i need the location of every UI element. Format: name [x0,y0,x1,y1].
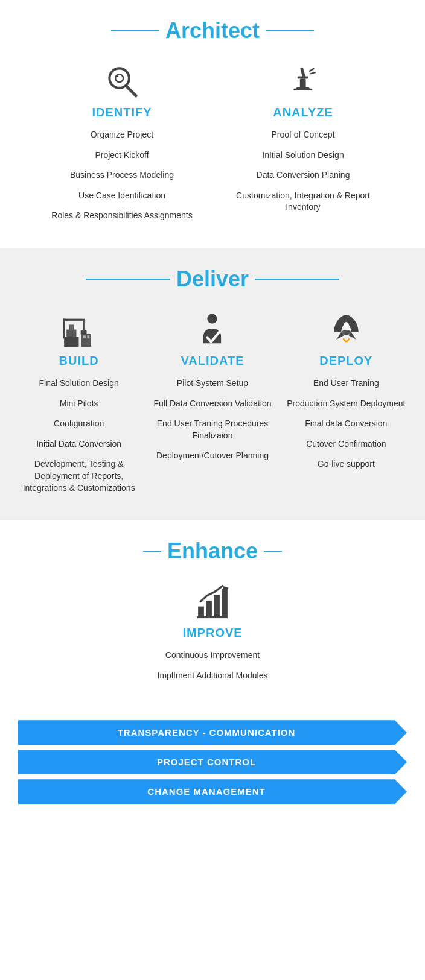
list-item: Customization, Integration & Report Inve… [225,190,382,213]
deliver-columns: BUILD Final Solution Design Mini Pilots … [12,310,413,502]
architect-section: Architect IDENTIFY Organize Project Proj… [0,0,425,242]
svg-rect-6 [299,78,305,87]
list-item: Pilot System Setup [152,378,273,390]
list-item: End User Traning [286,378,406,390]
deploy-items: End User Traning Production System Deplo… [286,378,406,470]
list-item: ImplIment Additional Modules [122,670,303,682]
svg-rect-15 [63,319,86,321]
list-item: Business Process Modeling [43,169,200,182]
svg-point-21 [208,314,217,323]
list-item: Deployment/Cutover Planning [152,450,273,462]
list-item: InItial Solution Design [225,150,382,162]
svg-rect-24 [198,607,204,616]
svg-rect-26 [214,595,220,616]
list-item: Use Case Identification [43,190,200,202]
list-item: Project Kickoff [43,150,200,162]
architect-title-row: Architect [12,18,413,43]
list-item: Cutover Confirmation [286,438,406,450]
enhance-section: Enhance IMPROVE Continuous Improvement I… [0,520,425,702]
svg-line-1 [126,86,136,96]
analyze-icon [225,62,382,101]
svg-rect-8 [293,89,312,90]
svg-point-23 [344,322,348,327]
list-item: Go-live support [286,458,406,470]
deploy-icon [286,310,406,349]
banner-change-management: CHANGE MANAGEMENT [18,779,407,804]
svg-line-9 [309,68,314,71]
list-item: Final Solution Design [19,378,139,390]
banner-project-control: PROJECT CONTROL [18,750,407,774]
deploy-label: DEPLOY [286,354,406,368]
identify-items: Organize Project Project Kickoff Busines… [43,129,200,222]
svg-rect-5 [297,76,308,78]
enhance-title: Enhance [167,539,258,564]
list-item: Initial Data Conversion [19,438,139,450]
enhance-line-right [264,551,282,552]
svg-point-3 [116,75,118,77]
analyze-label: ANALYZE [225,106,382,119]
list-item: Data Conversion Planing [225,169,382,182]
improve-column: IMPROVE Continuous Improvement ImplIment… [122,582,303,681]
deploy-column: DEPLOY End User Traning Production Syste… [280,310,412,502]
improve-icon [122,582,303,621]
svg-rect-20 [87,335,89,338]
svg-rect-14 [63,319,65,339]
svg-rect-27 [222,589,228,617]
identify-column: IDENTIFY Organize Project Project Kickof… [31,62,212,230]
analyze-column: ANALYZE Proof of Concept InItial Solutio… [212,62,394,230]
svg-rect-13 [69,324,74,330]
deliver-title: Deliver [176,267,249,292]
analyze-items: Proof of Concept InItial Solution Design… [225,129,382,213]
architect-line-right [266,30,314,31]
list-item: Organize Project [43,129,200,141]
architect-title: Architect [165,18,260,43]
list-item: Continuous Improvement [122,650,303,662]
validate-label: VALIDATE [152,354,273,368]
list-item: Proof of Concept [225,129,382,141]
banners-section: TRANSPARENCY - COMMUNICATION PROJECT CON… [0,720,425,821]
list-item: Production System Deployment [286,398,406,410]
deliver-line-left [86,279,170,280]
validate-icon [152,310,273,349]
validate-items: Pilot System Setup Full Data Conversion … [152,378,273,462]
architect-line-left [111,30,159,31]
identify-label: IDENTIFY [43,106,200,119]
deliver-line-right [255,279,339,280]
deliver-section: Deliver [0,248,425,520]
svg-rect-25 [206,601,212,616]
enhance-line-left [143,551,161,552]
list-item: Full Data Conversion Validation [152,398,273,410]
improve-items: Continuous Improvement ImplIment Additio… [122,650,303,681]
identify-icon [43,62,200,101]
banner-transparency: TRANSPARENCY - COMMUNICATION [18,720,407,745]
list-item: Roles & Responsibilities Assignments [43,210,200,222]
list-item: Mini Pilots [19,398,139,410]
list-item: Development, Testing & Deployment of Rep… [19,458,139,494]
deliver-title-row: Deliver [12,267,413,292]
list-item: End User Traning Procedures Finalizaion [152,418,273,441]
svg-line-10 [310,72,315,74]
validate-column: VALIDATE Pilot System Setup Full Data Co… [146,310,279,502]
build-items: Final Solution Design Mini Pilots Config… [19,378,139,494]
svg-rect-12 [66,329,76,337]
improve-label: IMPROVE [122,626,303,640]
list-item: Configuration [19,418,139,430]
svg-rect-11 [64,337,78,347]
architect-columns: IDENTIFY Organize Project Project Kickof… [12,62,413,230]
svg-rect-29 [197,616,227,618]
build-column: BUILD Final Solution Design Mini Pilots … [13,310,145,502]
build-icon [19,310,139,349]
list-item: Final data Conversion [286,418,406,430]
svg-rect-19 [83,335,86,338]
svg-point-2 [115,74,123,82]
build-label: BUILD [19,354,139,368]
enhance-title-row: Enhance [12,539,413,564]
